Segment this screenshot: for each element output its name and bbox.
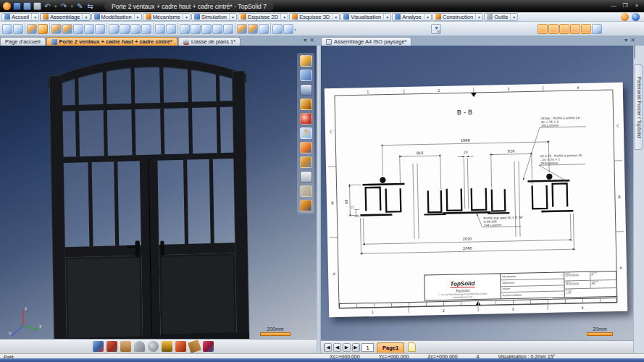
clipboard-icon[interactable]	[300, 171, 312, 182]
pin-icon[interactable]: ▾	[624, 38, 627, 43]
close-button[interactable]: ×	[632, 1, 642, 9]
show-sketches-icon[interactable]	[581, 24, 591, 34]
partner-side-tab[interactable]: Partenariat Forster / TopSolid	[635, 64, 643, 150]
chevron-down-icon[interactable]: ▾	[427, 14, 429, 20]
gauge-tool-icon[interactable]	[203, 341, 214, 352]
tab-simulation[interactable]: Simulation▾	[191, 13, 237, 21]
first-page-button[interactable]: ◀	[324, 343, 332, 352]
bom-icon[interactable]	[248, 24, 258, 34]
render-style-icon[interactable]	[300, 55, 312, 67]
tab-assemblage[interactable]: Assemblage▾	[40, 13, 90, 21]
tab-accueil[interactable]: Accueil▾	[1, 13, 39, 21]
close-tab-icon[interactable]: ✕	[309, 38, 314, 43]
assembly-check-icon[interactable]	[259, 24, 269, 34]
show-annotations-icon[interactable]	[548, 24, 559, 34]
chevron-down-icon[interactable]: ▾	[386, 14, 388, 20]
include-component-icon[interactable]	[27, 24, 37, 34]
sphere-tool-icon[interactable]	[148, 341, 159, 352]
folder-icon[interactable]	[300, 185, 312, 197]
pin-icon[interactable]: ▾	[304, 38, 306, 43]
page-tab[interactable]: Page1	[377, 342, 404, 353]
open-document-icon[interactable]	[13, 24, 23, 34]
chevron-down-icon[interactable]: ▾	[185, 14, 188, 20]
mechanism-link-icon[interactable]: ▾	[283, 24, 293, 34]
tab-outils[interactable]: Outils▾	[484, 13, 518, 21]
support-icon[interactable]	[621, 13, 629, 21]
rocket-icon[interactable]	[300, 142, 312, 153]
chevron-down-icon[interactable]: ▾	[335, 14, 337, 20]
components-icon[interactable]	[300, 200, 312, 211]
linear-pattern-icon[interactable]	[191, 24, 201, 34]
section-icon[interactable]	[300, 156, 312, 168]
chevron-down-icon[interactable]: ▾	[85, 14, 87, 20]
distance-constraint-icon[interactable]	[120, 24, 130, 34]
drawing-sheet[interactable]: 1 2 3 4 1 2 3 4 C B A C B A B - B	[325, 83, 628, 318]
save-icon[interactable]	[13, 2, 21, 10]
constraint-icon[interactable]	[62, 24, 72, 34]
plating-icon[interactable]	[73, 24, 83, 34]
topsolid-logo-icon[interactable]	[3, 2, 11, 10]
doc-tab-assemblage-a4[interactable]: Assemblage A4 ISO paysage*	[321, 37, 411, 46]
door-3d-model[interactable]	[42, 49, 256, 349]
rotate-component-icon[interactable]	[155, 24, 165, 34]
tab-mecanisme[interactable]: Mécanisme▾	[143, 13, 191, 21]
angle-constraint-icon[interactable]	[109, 24, 119, 34]
doc-tab-page-accueil[interactable]: Page d'accueil	[0, 37, 46, 46]
drill-tool-icon[interactable]	[93, 341, 104, 352]
last-page-button[interactable]: ▶	[352, 343, 360, 352]
chevron-down-icon[interactable]: ▾	[478, 14, 480, 20]
tab-esquisse-2d[interactable]: Esquisse 2D▾	[238, 13, 288, 21]
previous-page-button[interactable]: ◀	[333, 343, 341, 352]
list-panel-icon[interactable]	[634, 45, 635, 59]
move-component-icon[interactable]	[166, 24, 176, 34]
add-page-icon[interactable]	[408, 342, 416, 352]
question-icon[interactable]	[300, 127, 312, 139]
chevron-down-icon[interactable]: ▾	[34, 14, 36, 20]
print-icon[interactable]	[33, 2, 41, 10]
circular-pattern-icon[interactable]	[201, 24, 212, 34]
exploded-view-icon[interactable]	[237, 24, 247, 34]
doc-tab-porte[interactable]: Porte 2 ventaux + cadre haut + cadre cin…	[46, 37, 177, 46]
figure-tool-icon[interactable]	[175, 341, 186, 352]
display-mode-icon[interactable]	[300, 84, 312, 96]
pins-tool-icon[interactable]	[120, 341, 131, 352]
gear-constraint-icon[interactable]	[141, 24, 151, 34]
undo-icon[interactable]: ↶	[43, 2, 51, 10]
include-standard-icon[interactable]	[38, 24, 48, 34]
centering-icon[interactable]	[84, 24, 94, 34]
next-page-button[interactable]: ▶	[343, 343, 351, 352]
magnet-tool-icon[interactable]	[134, 341, 145, 352]
contact-constraint-icon[interactable]	[130, 24, 141, 34]
help-icon[interactable]	[632, 13, 640, 21]
positioning-icon[interactable]	[51, 24, 62, 34]
show-profiles-icon[interactable]	[570, 24, 580, 34]
edit-icon[interactable]: ✎	[76, 2, 84, 10]
show-frames-icon[interactable]	[592, 24, 602, 34]
page-number-field[interactable]: 1	[361, 343, 374, 352]
show-sets-icon[interactable]: ▾	[559, 24, 569, 34]
orientation-icon[interactable]	[95, 24, 105, 34]
viewport-drawing[interactable]: 1 2 3 4 1 2 3 4 C B A C B A B - B	[321, 46, 633, 353]
brush-tool-icon[interactable]	[188, 340, 201, 353]
viewport-3d[interactable]: z y x 200mm	[0, 46, 317, 353]
doc-tab-liasse[interactable]: Liasse de plans 1*	[178, 37, 241, 46]
kinematic-link-icon[interactable]	[272, 24, 283, 34]
background-icon[interactable]	[300, 70, 312, 81]
repeat-icon[interactable]	[180, 24, 190, 34]
replace-icon[interactable]	[223, 24, 233, 34]
chevron-down-icon[interactable]: ▾	[232, 14, 234, 20]
chevron-down-icon[interactable]: ▾	[137, 14, 139, 20]
tab-analyse[interactable]: Analyse▾	[392, 13, 432, 21]
tab-visualisation[interactable]: Visualisation▾	[340, 13, 391, 21]
close-tab-icon[interactable]: ✕	[630, 38, 635, 43]
tab-modelisation[interactable]: Modélisation▾	[91, 13, 142, 21]
chevron-down-icon[interactable]: ▾	[513, 14, 515, 20]
show-components-icon[interactable]	[538, 24, 548, 34]
undo-dropdown-icon[interactable]: ▾	[54, 4, 57, 9]
tab-construction[interactable]: Construction▾	[432, 13, 483, 21]
spray-tool-icon[interactable]	[106, 341, 117, 352]
redo-icon[interactable]: ↷	[60, 2, 68, 10]
mirror-icon[interactable]	[212, 24, 222, 34]
filter-icon[interactable]	[431, 24, 441, 34]
restore-button[interactable]: ❒	[620, 1, 630, 9]
